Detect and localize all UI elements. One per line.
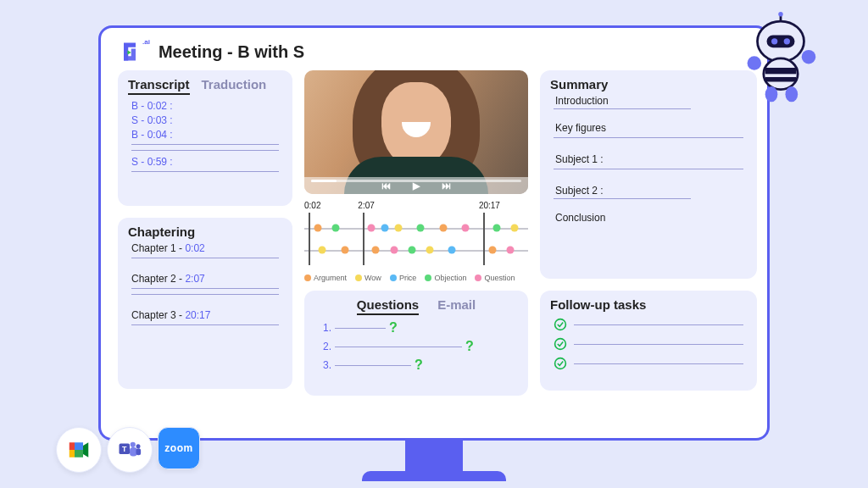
video-player[interactable]: ⏮ ▶ ⏭	[304, 70, 528, 194]
app-logo: .ai	[118, 40, 150, 64]
svg-rect-17	[766, 35, 794, 47]
transcript-row[interactable]: S - 0:03 :	[131, 114, 282, 126]
svg-point-2	[555, 339, 566, 350]
video-progress[interactable]	[311, 180, 521, 182]
page-title: Meeting - B with S	[159, 42, 304, 62]
timeline-label: 20:17	[479, 201, 500, 210]
tab-transcript[interactable]: Transcript	[128, 77, 190, 95]
chapter-row[interactable]: Chapter 2 - 2:07	[131, 273, 282, 285]
robot-mascot	[734, 12, 827, 114]
integration-badges: T zoom	[56, 427, 200, 473]
transcript-row[interactable]: S - 0:59 :	[131, 156, 282, 168]
question-mark-icon: ?	[389, 320, 398, 336]
svg-rect-5	[70, 442, 75, 450]
tab-traduction[interactable]: Traduction	[202, 77, 267, 95]
svg-point-21	[778, 12, 782, 16]
chapter-row[interactable]: Chapter 1 - 0:02	[131, 242, 282, 254]
question-row[interactable]: 2.?	[323, 339, 509, 354]
timeline: 0:02 2:07 20:17	[304, 201, 528, 282]
video-controls: ⏮ ▶ ⏭	[304, 177, 528, 194]
question-row[interactable]: 1.?	[323, 320, 509, 336]
svg-rect-13	[130, 447, 137, 457]
zoom-icon: zoom	[158, 427, 200, 469]
svg-point-18	[771, 38, 777, 44]
svg-rect-7	[75, 442, 83, 450]
summary-title: Summary	[550, 77, 747, 92]
timeline-label: 0:02	[304, 201, 320, 210]
task-row[interactable]	[554, 337, 743, 351]
summary-row[interactable]: Conclusion	[555, 212, 747, 224]
summary-row[interactable]: Key figures	[555, 122, 747, 134]
app-screen: .ai Meeting - B with S Transcript Traduc…	[98, 25, 770, 441]
svg-marker-9	[83, 442, 88, 458]
svg-point-28	[785, 86, 798, 102]
summary-row[interactable]: Subject 2 :	[555, 185, 747, 197]
svg-rect-8	[75, 450, 83, 458]
task-row[interactable]	[554, 318, 743, 331]
check-icon	[554, 357, 567, 370]
svg-rect-6	[70, 450, 75, 458]
google-meet-icon	[56, 427, 102, 473]
svg-point-26	[802, 50, 815, 64]
followup-title: Follow-up tasks	[550, 297, 747, 312]
timeline-legend: Argument Wow Price Objection Question	[304, 274, 528, 282]
chaptering-card: Chaptering Chapter 1 - 0:02 Chapter 2 - …	[118, 218, 292, 389]
summary-row[interactable]: Subject 1 :	[555, 153, 747, 165]
svg-rect-15	[136, 448, 142, 455]
svg-point-1	[555, 319, 566, 330]
svg-point-25	[748, 56, 761, 69]
chaptering-title: Chaptering	[128, 225, 282, 239]
header: .ai Meeting - B with S	[118, 40, 750, 64]
transcript-row[interactable]: B - 0:04 :	[131, 129, 282, 141]
chapter-row[interactable]: Chapter 3 - 20:17	[131, 309, 282, 321]
svg-point-12	[131, 442, 136, 447]
check-icon	[554, 318, 567, 331]
svg-point-27	[765, 86, 778, 102]
question-mark-icon: ?	[415, 358, 423, 373]
task-row[interactable]	[554, 357, 743, 370]
svg-point-19	[784, 38, 790, 44]
tab-email[interactable]: E-mail	[437, 297, 476, 315]
svg-rect-24	[765, 77, 797, 81]
summary-card: Summary Introduction Key figures Subject…	[540, 70, 757, 279]
check-icon	[554, 337, 567, 351]
svg-text:T: T	[122, 445, 127, 453]
ms-teams-icon: T	[107, 427, 153, 473]
question-mark-icon: ?	[465, 339, 474, 354]
svg-marker-0	[127, 50, 131, 54]
tab-questions[interactable]: Questions	[357, 297, 419, 315]
transcript-row[interactable]: B - 0:02 :	[131, 100, 282, 112]
monitor-frame: .ai Meeting - B with S Transcript Traduc…	[98, 25, 770, 441]
timeline-tracks[interactable]	[304, 214, 528, 263]
transcript-card: Transcript Traduction B - 0:02 : S - 0:0…	[118, 70, 292, 206]
timeline-label: 2:07	[358, 201, 374, 210]
svg-rect-23	[765, 68, 797, 74]
svg-point-14	[136, 444, 141, 448]
followup-card: Follow-up tasks	[540, 291, 757, 391]
questions-card: Questions E-mail 1.? 2.? 3.?	[304, 291, 528, 396]
summary-row[interactable]: Introduction	[555, 95, 747, 107]
svg-point-3	[555, 358, 566, 369]
question-row[interactable]: 3.?	[323, 358, 509, 373]
